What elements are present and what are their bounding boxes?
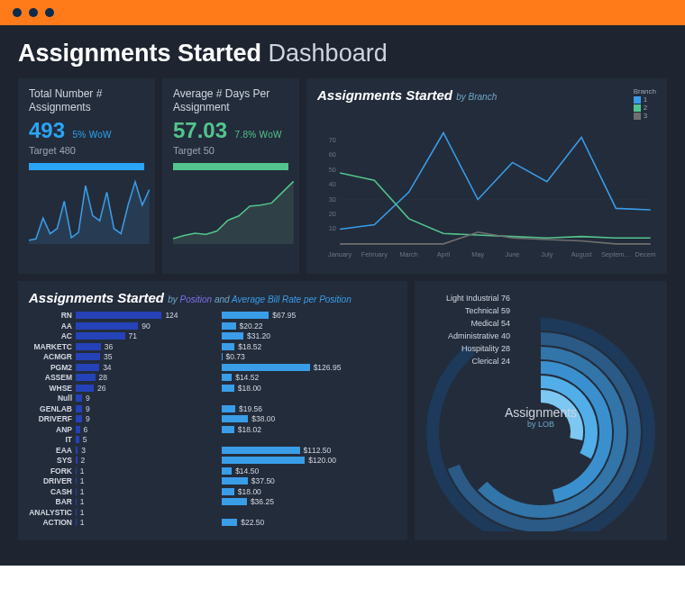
legend-item[interactable]: 2 [634,104,656,112]
lob-label: Technical 59 [424,306,510,315]
svg-text:60: 60 [329,150,336,159]
branch-legend-title: Branch [634,87,656,95]
bar-row: AC71 [29,331,204,342]
bar-row: SYS2 [29,456,204,467]
kpi2-delta: 7.8% WoW [235,130,282,140]
bars-sub-and: and [215,294,230,304]
bar-row: $19.56 [222,403,397,414]
bar-row: $36.25 [222,497,397,508]
svg-text:Septem…: Septem… [601,250,630,258]
svg-text:May: May [471,250,484,258]
bar-row: FORK1 [29,466,204,476]
bar-row: AA90 [29,321,204,331]
branch-legend: Branch 123 [634,87,656,120]
bars-sub-position: Position [180,294,213,304]
bar-row: MARKETC36 [29,341,204,352]
bar-row: DRIVERF9 [29,414,204,425]
kpi1-value: 493 [29,118,65,142]
svg-text:50: 50 [329,166,336,174]
bar-row: $120.00 [222,456,397,467]
kpi1-delta: 5% WoW [73,130,112,140]
lob-label: Light Industrial 76 [424,294,510,303]
svg-text:30: 30 [329,195,336,204]
bar-row: $126.95 [222,362,397,373]
bar-row: $67.95 [222,311,397,322]
bar-row: ACTION1 [29,518,204,529]
bars-title-wrap: Assignments Started by Position and Aver… [29,290,397,305]
lob-label: Medical 54 [424,319,510,328]
position-bars-card: Assignments Started by Position and Aver… [18,281,407,540]
legend-item[interactable]: 3 [634,112,656,120]
bar-row: Null9 [29,394,204,404]
bar-row: $112.50 [222,445,397,456]
lob-chart-card: Light Industrial 76Technical 59Medical 5… [415,281,667,540]
lob-label: Administrative 40 [424,331,510,340]
bar-row: PGM234 [29,362,204,373]
window-dot-3[interactable] [45,8,54,17]
svg-text:March: March [400,250,418,258]
kpi2-target: Target 50 [173,145,288,156]
bar-row: ANALYSTIC1 [29,507,204,518]
lob-labels: Light Industrial 76Technical 59Medical 5… [424,294,510,369]
bar-row: $31.20 [222,331,397,342]
bar-row: $0.73 [222,352,397,363]
kpi-total-assignments: Total Number # Assignments 493 5% WoW Ta… [18,78,155,274]
bar-row: $18.02 [222,424,397,435]
branch-chart-card: Assignments Started by Branch Branch 123… [306,78,667,274]
bar-row: $18.00 [222,486,397,497]
bar-row: $18.52 [222,341,397,352]
kpi1-sparkline-chart [29,179,150,244]
bar-row: BAR1 [29,497,204,508]
bar-row: WHSE26 [29,383,204,394]
page-title: Assignments Started Dashboard [18,40,667,68]
bar-row: $18.00 [222,383,397,394]
lob-title: Assignments [415,405,667,420]
bar-row: ACMGR35 [29,352,204,363]
bar-row: $14.50 [222,466,397,476]
bar-row: CASH1 [29,486,204,497]
bar-row: $22.50 [222,518,397,529]
kpi-avg-days: Average # Days Per Assignment 57.03 7.8%… [162,78,299,274]
branch-line-chart: 10203040506070JanuaryFebruaryMarchAprilM… [317,120,656,261]
position-bars-chart: RN124AA90AC71MARKETC36ACMGR35PGM234ASSEM… [29,311,397,529]
bars-sub-rate: Bill Rate per Position [268,294,352,304]
bar-row: $38.00 [222,414,397,425]
window-titlebar [0,0,685,25]
branch-chart-subtitle: by Branch [456,92,497,102]
branch-chart-title-wrap: Assignments Started by Branch [317,87,497,103]
kpi2-sparkline-chart [173,179,294,244]
svg-text:40: 40 [329,180,336,188]
page-title-bold: Assignments Started [18,40,261,67]
kpi2-label: Average # Days Per Assignment [173,87,288,114]
bar-row: GENLAB9 [29,403,204,414]
lob-label: Clerical 24 [424,357,510,366]
svg-text:February: February [361,250,388,258]
bar-row: $37.50 [222,476,397,487]
bar-row: ANP6 [29,424,204,435]
svg-text:Decemb…: Decemb… [635,250,656,258]
svg-text:June: June [506,250,520,258]
lob-subtitle: by LOB [415,420,667,429]
bars-sub-by: by [168,294,178,304]
legend-item[interactable]: 1 [634,95,656,104]
svg-text:70: 70 [329,136,336,144]
kpi2-bar [173,163,288,170]
svg-text:20: 20 [329,210,336,218]
svg-text:April: April [437,250,451,258]
window-dot-1[interactable] [13,8,22,17]
window-dot-2[interactable] [29,8,38,17]
dashboard-window: Assignments Started Dashboard Total Numb… [0,0,685,566]
kpi1-target: Target 480 [29,145,144,156]
svg-text:August: August [571,250,592,258]
lob-title-group: Assignments by LOB [415,405,667,429]
svg-text:July: July [541,250,553,258]
bar-row: EAA3 [29,445,204,456]
page-title-rest: Dashboard [269,40,388,67]
lob-label: Hospitality 28 [424,344,510,353]
bar-row: ASSEM28 [29,373,204,384]
branch-chart-title: Assignments Started [317,87,452,103]
bar-row: IT5 [29,435,204,446]
bar-row: DRIVER1 [29,476,204,487]
bar-row: $20.22 [222,321,397,331]
kpi1-label: Total Number # Assignments [29,87,144,114]
